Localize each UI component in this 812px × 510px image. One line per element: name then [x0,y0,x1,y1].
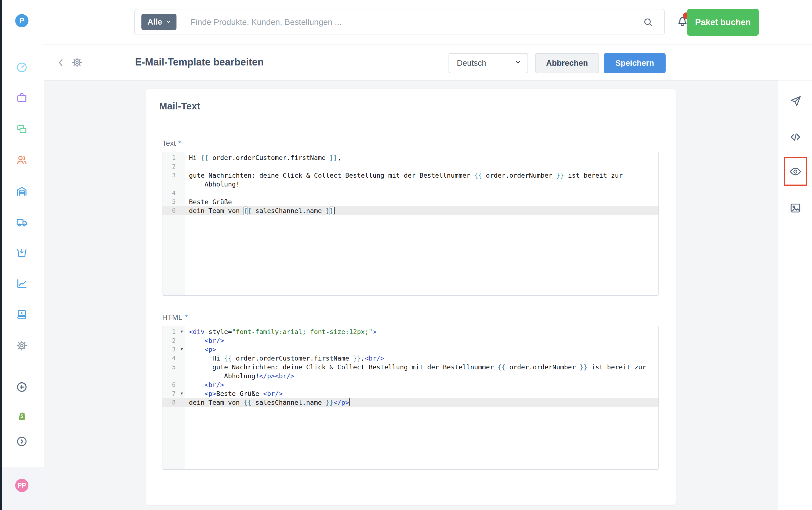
editor-row[interactable]: 8dein Team von {{ salesChannel.name }}</… [163,398,659,407]
search-filter-label: Alle [147,18,162,27]
search-icon [643,17,653,27]
gear-icon [71,65,83,69]
line-number: 4 [163,354,185,363]
line-number: 6 [163,206,185,215]
text-field-label: Text* [162,139,659,148]
source-code-button[interactable] [789,131,802,143]
sidebar-item-content[interactable] [16,123,28,136]
app-logo[interactable]: P [15,14,28,27]
required-mark: * [185,313,188,321]
editor-row[interactable]: 5gute Nachrichten: deine Click & Collect… [163,363,659,372]
sidebar-item-warehouse[interactable] [16,186,28,198]
fold-arrow-icon[interactable]: ▾ [181,345,183,353]
card-title: Mail-Text [159,101,200,112]
editor-row[interactable]: 6dein Team von {{ salesChannel.name }} [163,206,659,215]
sidebar-item-shipping[interactable] [16,217,28,229]
users-icon [16,154,28,167]
right-toolbar [778,80,812,510]
sidebar: P € [2,0,44,510]
editor-row[interactable]: 2<br/> [163,336,659,345]
send-test-mail-button[interactable] [789,95,802,108]
sidebar-item-settings[interactable] [16,340,28,352]
content-area: Mail-Text Text* 1Hi {{ order.orderCustom… [44,80,778,510]
editor-row[interactable]: 2 [163,162,659,171]
editor-row[interactable]: 3gute Nachrichten: deine Click & Collect… [163,171,659,180]
gear-icon [16,340,28,353]
editor-row[interactable]: 3▾<p> [163,345,659,354]
highlight-box [784,157,807,186]
editor-row[interactable]: 4Hi {{ order.orderCustomer.firstName }},… [163,354,659,363]
editor-row[interactable]: 5Beste Grüße [163,198,659,206]
cancel-button[interactable]: Abbrechen [535,53,599,73]
editor-row[interactable]: Abholung!</p><br/> [163,372,659,380]
chevron-left-icon [56,66,66,70]
editor-line-content [185,189,659,198]
sidebar-item-shopify[interactable]: S [16,411,28,423]
pos-terminal-icon: € [16,308,28,321]
sidebar-item-statistics[interactable] [16,278,28,290]
line-number: 6 [163,380,185,389]
plus-circle-icon [16,381,28,394]
search-filter-dropdown[interactable]: Alle [141,14,176,30]
card-body: Text* 1Hi {{ order.orderCustomer.firstNa… [146,123,676,470]
chevron-down-icon [166,18,172,27]
editor-line-content: dein Team von {{ salesChannel.name }}</p… [185,398,659,407]
editor-row[interactable]: 7▾<p>Beste Grüße <br/> [163,389,659,398]
editor-row[interactable]: 6<br/> [163,380,659,389]
line-number: 1▾ [163,328,185,336]
truck-icon [16,216,28,229]
sidebar-item-dashboard[interactable] [16,62,28,74]
sidebar-item-catalog[interactable] [16,92,28,105]
editor-line-content: dein Team von {{ salesChannel.name }} [185,206,659,215]
topbar: Alle Paket buchen [44,0,812,45]
save-button[interactable]: Speichern [604,53,666,73]
indent-guide [205,363,205,372]
editor-line-content: <div style="font-family:arial; font-size… [185,328,659,336]
speedometer-icon [16,61,28,75]
sidebar-user-area: PP [2,467,44,510]
editor-line-content: <br/> [185,380,659,389]
html-code-editor[interactable]: 1▾<div style="font-family:arial; font-si… [162,326,659,470]
sidebar-item-customers[interactable] [16,154,28,167]
image-icon [789,210,802,215]
editor-row[interactable]: Abholung! [163,180,659,189]
editor-line-content: <p> [185,345,659,354]
editor-row[interactable]: 1▾<div style="font-family:arial; font-si… [163,328,659,336]
editor-row[interactable]: 1Hi {{ order.orderCustomer.firstName }}, [163,153,659,162]
line-number [163,180,185,189]
line-number [163,372,185,380]
card-header: Mail-Text [146,89,676,123]
text-code-editor[interactable]: 1Hi {{ order.orderCustomer.firstName }},… [162,152,659,295]
search-bar[interactable]: Alle [134,9,665,35]
text-cursor [334,207,335,215]
language-value: Deutsch [457,59,486,68]
sidebar-item-add-module[interactable] [16,381,28,394]
fold-arrow-icon[interactable]: ▾ [181,389,183,398]
accent-strip [0,0,2,510]
line-number: 8 [163,398,185,407]
language-select[interactable]: Deutsch [448,53,528,73]
sidebar-item-expand[interactable] [16,436,28,448]
svg-text:€: € [21,311,23,315]
back-button[interactable] [56,55,66,69]
editor-line-content: gute Nachrichten: deine Click & Collect … [185,171,659,180]
insert-image-button[interactable] [789,202,802,215]
page-title: E-Mail-Template bearbeiten [135,45,263,80]
template-settings-button[interactable] [71,56,83,68]
line-number: 4 [163,189,185,198]
line-number: 7▾ [163,389,185,398]
line-number: 3▾ [163,345,185,354]
label-text: Text [162,139,176,147]
sidebar-item-orders[interactable] [16,247,28,259]
editor-line-content: gute Nachrichten: deine Click & Collect … [185,363,659,372]
line-number: 5 [163,363,185,372]
send-icon [789,104,802,108]
paket-buchen-button[interactable]: Paket buchen [687,9,759,36]
avatar[interactable]: PP [15,479,28,492]
sidebar-item-pos[interactable]: € [16,309,28,321]
mail-text-card: Mail-Text Text* 1Hi {{ order.orderCustom… [146,89,676,505]
search-input[interactable] [190,11,622,33]
fold-arrow-icon[interactable]: ▾ [181,327,183,336]
editor-row[interactable]: 4 [163,189,659,198]
editor-line-content: Hi {{ order.orderCustomer.firstName }}, [185,153,659,162]
